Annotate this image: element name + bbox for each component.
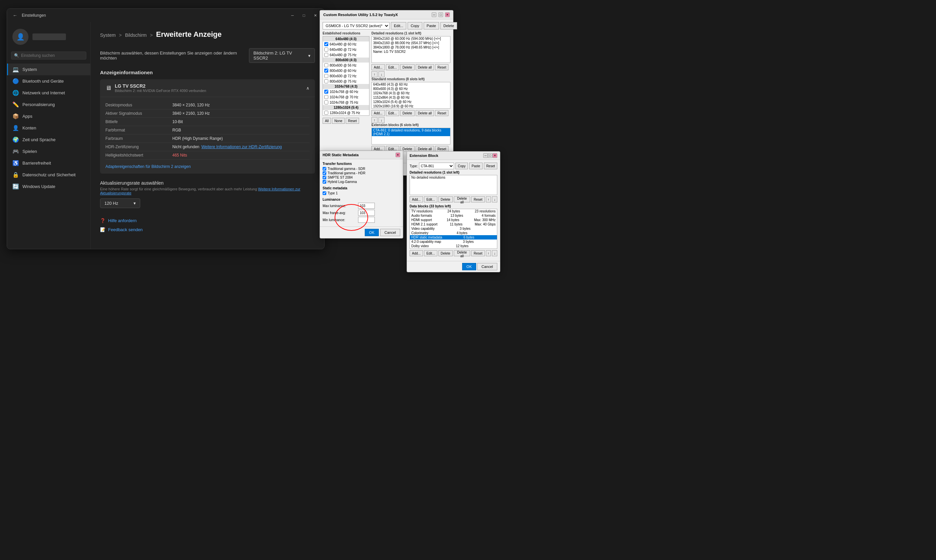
sidebar-item-accessibility[interactable]: ♿ Barrierefreiheit: [7, 157, 90, 169]
ext-audio[interactable]: Audio formats13 bytes4 formats: [410, 214, 497, 218]
detail-item-1[interactable]: 3840x2160 @ 60.000 Hz (594.000 MHz) [+/+…: [372, 37, 450, 41]
res-640-60[interactable]: 640x480 @ 60 Hz: [323, 42, 369, 47]
ext-add-data-button[interactable]: Add...: [410, 250, 423, 256]
hdr-cb-smpte[interactable]: SMPTE ST 2084: [323, 175, 400, 179]
sidebar-item-privacy[interactable]: 🔒 Datenschutz und Sicherheit: [7, 169, 90, 181]
std-item-4[interactable]: 1152x864 (4:3) @ 60 Hz: [372, 95, 450, 100]
ext-close-button[interactable]: ✕: [493, 153, 497, 158]
hdr-cb-hlg[interactable]: Hybrid Log-Gamma: [323, 180, 400, 184]
res-800-72[interactable]: 800x600 @ 72 Hz: [323, 73, 369, 78]
hdr-min-luminance-input[interactable]: [358, 217, 375, 223]
add-std-button[interactable]: Add...: [371, 110, 385, 116]
ext-delete-button[interactable]: Delete: [439, 196, 453, 202]
hdr-cancel-button[interactable]: Cancel: [380, 229, 400, 236]
hdr-cb-hdr[interactable]: Traditional gamma - HDR: [323, 171, 400, 175]
feedback-link[interactable]: 📝 Feedback senden: [100, 225, 315, 234]
ext-ok-button[interactable]: OK: [462, 263, 476, 270]
ext-up-button[interactable]: ↑: [486, 196, 491, 202]
cru-copy-button[interactable]: Copy: [408, 22, 422, 29]
refresh-dropdown[interactable]: 120 Hz ▾: [100, 198, 140, 208]
hdr-close-button[interactable]: ✕: [396, 152, 400, 157]
adapter-properties-link[interactable]: Adaptereigenschaften für Bildschirm 2 an…: [105, 162, 309, 172]
ext-minimize-button[interactable]: ─: [483, 153, 488, 158]
help-link[interactable]: ❓ Hilfe anfordern: [100, 216, 315, 225]
ext-no-detail[interactable]: No detailed resolutions: [410, 175, 497, 180]
sidebar-item-system[interactable]: 💻 System: [7, 63, 90, 75]
cru-edit-monitor-button[interactable]: Edit...: [391, 22, 406, 29]
delete-detail-button[interactable]: Delete: [400, 64, 415, 70]
sidebar-item-gaming[interactable]: 🎮 Spielen: [7, 146, 90, 157]
std-item-1[interactable]: 640x480 (4:3) @ 60 Hz: [372, 82, 450, 87]
cru-close-button[interactable]: ✕: [445, 12, 450, 17]
res-640-75[interactable]: 640x480 @ 75 Hz: [323, 52, 369, 57]
ext-reset2-button[interactable]: Reset: [471, 196, 485, 202]
ext-video-cap[interactable]: Video capability3 bytes: [410, 226, 497, 231]
sidebar-item-personalization[interactable]: ✏️ Personalisierung: [7, 99, 90, 111]
ext-maximize-button[interactable]: □: [488, 153, 493, 158]
ext-delete-all-button[interactable]: Delete all: [454, 196, 471, 202]
all-button[interactable]: All: [323, 118, 331, 124]
ext-colorimetry[interactable]: Colorimetry4 bytes: [410, 231, 497, 235]
res-800-56[interactable]: 800x600 @ 56 Hz: [323, 63, 369, 68]
std-item-6[interactable]: 1920x1080 (16:9) @ 60 Hz: [372, 104, 450, 108]
ext-copy-button[interactable]: Copy: [456, 163, 468, 169]
edit-std-button[interactable]: Edit...: [386, 110, 399, 116]
ext-cancel-button[interactable]: Cancel: [477, 263, 497, 270]
down-arrow-button[interactable]: ↓: [379, 71, 385, 77]
up-std-button[interactable]: ↑: [371, 117, 377, 123]
extension-item-cta[interactable]: CTA-861: 0 detailed resolutions, 9 data …: [372, 128, 450, 136]
down-std-button[interactable]: ↓: [379, 117, 385, 123]
cru-delete-monitor-button[interactable]: Delete: [440, 22, 457, 29]
detailed-list[interactable]: 3840x2160 @ 60.000 Hz (594.000 MHz) [+/+…: [371, 36, 450, 63]
cru-monitor-select[interactable]: GSM0C8 - LG TV SSCR2 (active)*: [323, 22, 389, 29]
none-button[interactable]: None: [332, 118, 345, 124]
res-1024-70[interactable]: 1024x768 @ 70 Hz: [323, 94, 369, 100]
std-item-2[interactable]: 800x600 (4:3) @ 60 Hz: [372, 87, 450, 91]
sidebar-item-bluetooth[interactable]: 🔵 Bluetooth und Geräte: [7, 75, 90, 87]
ext-dolby[interactable]: Dolby video12 bytes: [410, 244, 497, 248]
info-card-header[interactable]: 🖥 LG TV SSCR2 Bildschirm 2: mit NVIDIA G…: [100, 79, 315, 97]
ext-hdr-static[interactable]: HDR static metadata6 bytes: [410, 235, 497, 240]
cru-minimize-button[interactable]: ─: [432, 12, 436, 17]
ext-type-select[interactable]: CTA-861: [419, 163, 454, 169]
ext-hdmi21[interactable]: HDMI 2.1 support11 bytesMax: 40 Gbps: [410, 222, 497, 226]
ext-down-button[interactable]: ↓: [492, 196, 497, 202]
monitor-dropdown[interactable]: Bildschirm 2: LG TV SSCR2 ▾: [249, 48, 315, 63]
ext-delete-data-button[interactable]: Delete: [439, 250, 453, 256]
res-1024-75[interactable]: 1024x768 @ 75 Hz: [323, 100, 369, 105]
cru-paste-button[interactable]: Paste: [424, 22, 439, 29]
ext-data-list[interactable]: TV resolutions24 bytes23 resolutions Aud…: [410, 209, 497, 249]
sidebar-item-network[interactable]: 🌐 Netzwerk und Internet: [7, 87, 90, 99]
sidebar-item-accounts[interactable]: 👤 Konten: [7, 122, 90, 134]
std-item-5[interactable]: 1280x1024 (5:4) @ 60 Hz: [372, 100, 450, 104]
ext-hdmi[interactable]: HDMI support14 bytesMax: 300 MHz: [410, 218, 497, 222]
search-input[interactable]: [21, 53, 83, 58]
res-640-72[interactable]: 640x480 @ 72 Hz: [323, 47, 369, 52]
ext-detailed-list[interactable]: No detailed resolutions: [410, 175, 497, 195]
sidebar-item-apps[interactable]: 📦 Apps: [7, 111, 90, 122]
ext-paste-button[interactable]: Paste: [469, 163, 483, 169]
hdr-cb-sdr[interactable]: Traditional gamma - SDR: [323, 167, 400, 171]
delete-std-button[interactable]: Delete: [400, 110, 415, 116]
ext-reset-button[interactable]: Reset: [484, 163, 497, 169]
close-button[interactable]: ✕: [310, 12, 320, 19]
search-box[interactable]: 🔍: [11, 52, 86, 60]
ext-down-data-button[interactable]: ↓: [492, 250, 497, 256]
up-arrow-button[interactable]: ↑: [371, 71, 377, 77]
hdr-max-luminance-input[interactable]: [358, 203, 375, 209]
hdr-max-frame-input[interactable]: [358, 210, 375, 216]
ext-delete-all-data-button[interactable]: Delete all: [454, 250, 471, 256]
sidebar-item-time[interactable]: 🌍 Zeit und Sprache: [7, 134, 90, 146]
detail-item-2[interactable]: 3840x2160 @ 88.000 Hz (654.37 MHz) [+/+]: [372, 41, 450, 45]
standard-list[interactable]: 640x480 (4:3) @ 60 Hz 800x600 (4:3) @ 60…: [371, 82, 450, 109]
std-item-3[interactable]: 1024x768 (4:3) @ 60 Hz: [372, 91, 450, 95]
ext-tv-res[interactable]: TV resolutions24 bytes23 resolutions: [410, 209, 497, 214]
hdr-ok-button[interactable]: OK: [365, 229, 379, 236]
res-1024-60[interactable]: 1024x768 @ 60 Hz: [323, 89, 369, 94]
delete-all-detail-button[interactable]: Delete all: [416, 64, 434, 70]
ext-edit-button[interactable]: Edit...: [424, 196, 437, 202]
sidebar-item-windows-update[interactable]: 🔄 Windows Update: [7, 181, 90, 192]
res-800-75[interactable]: 800x600 @ 75 Hz: [323, 78, 369, 84]
reset-std-button[interactable]: Reset: [435, 110, 448, 116]
res-1280-75[interactable]: 1280x1024 @ 75 Hz: [323, 110, 369, 115]
